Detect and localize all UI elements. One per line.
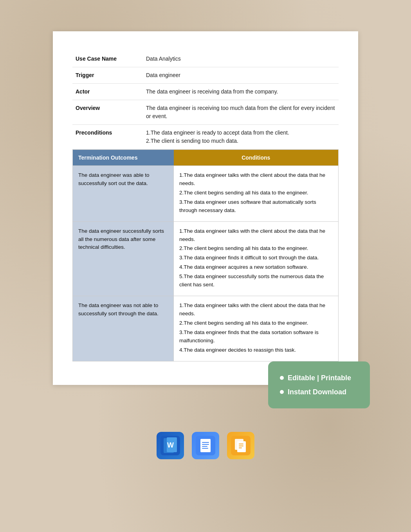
value-overview: The data engineer is receiving too much … bbox=[143, 100, 339, 125]
value-use-case-name: Data Analytics bbox=[143, 51, 339, 67]
badge-label-editable: Editable | Printable bbox=[288, 371, 351, 385]
label-overview: Overview bbox=[72, 100, 143, 125]
conditions-col-header: Conditions bbox=[174, 150, 339, 166]
outcome-cell-2: The data engineer was not able to succes… bbox=[73, 296, 174, 361]
condition-item: 5.The data engineer successfully sorts t… bbox=[179, 273, 333, 289]
outcomes-row-0: The data engineer was able to successful… bbox=[73, 166, 339, 222]
label-preconditions: Preconditions bbox=[72, 125, 143, 149]
gdocs-app-icon bbox=[192, 432, 219, 459]
pages-svg bbox=[231, 436, 251, 455]
condition-item: 3.The data engineer finds it difficult t… bbox=[179, 254, 333, 262]
condition-item: 2.The client begins sending all his data… bbox=[179, 319, 333, 327]
info-row-usecase: Use Case Name Data Analytics bbox=[72, 51, 339, 67]
condition-item: 4.The data engineer decides to reassign … bbox=[179, 346, 333, 354]
svg-rect-15 bbox=[239, 448, 242, 448]
info-row-overview: Overview The data engineer is receiving … bbox=[72, 100, 339, 125]
info-row-trigger: Trigger Data engineer bbox=[72, 67, 339, 84]
document-paper: Use Case Name Data Analytics Trigger Dat… bbox=[53, 31, 358, 385]
dot-icon-2 bbox=[280, 390, 284, 394]
word-icon-wrapper: W bbox=[157, 432, 184, 459]
svg-rect-5 bbox=[200, 439, 211, 452]
svg-text:W: W bbox=[167, 441, 174, 449]
outcomes-row-1: The data engineer successfully sorts all… bbox=[73, 221, 339, 296]
svg-rect-7 bbox=[202, 444, 209, 445]
value-trigger: Data engineer bbox=[143, 67, 339, 84]
condition-item: 1.The data engineer talks with the clien… bbox=[179, 302, 333, 318]
features-badge: Editable | Printable Instant Download bbox=[268, 361, 370, 408]
value-actor: The data engineer is receiving data from… bbox=[143, 84, 339, 100]
value-preconditions: 1.The data engineer is ready to accept d… bbox=[143, 125, 339, 149]
badge-item-editable: Editable | Printable bbox=[280, 371, 358, 385]
conditions-cell-0: 1.The data engineer talks with the clien… bbox=[174, 166, 339, 222]
app-icons-row: W bbox=[157, 432, 254, 459]
info-row-preconditions: Preconditions 1.The data engineer is rea… bbox=[72, 125, 339, 149]
outcomes-header-row: Termination Outcomes Conditions bbox=[73, 150, 339, 166]
word-svg: W bbox=[160, 436, 180, 455]
condition-item: 1.The data engineer talks with the clien… bbox=[179, 227, 333, 244]
label-use-case-name: Use Case Name bbox=[72, 51, 143, 67]
condition-item: 1.The data engineer talks with the clien… bbox=[179, 171, 333, 188]
svg-rect-9 bbox=[202, 448, 208, 449]
dot-icon bbox=[280, 376, 284, 380]
gdocs-icon-wrapper bbox=[192, 432, 219, 459]
outcome-cell-0: The data engineer was able to successful… bbox=[73, 166, 174, 222]
pages-app-icon bbox=[227, 432, 254, 459]
condition-item: 2.The client begins sending all his data… bbox=[179, 189, 333, 197]
badge-item-download: Instant Download bbox=[280, 385, 358, 399]
word-app-icon: W bbox=[157, 432, 184, 459]
gdocs-svg bbox=[196, 436, 215, 455]
svg-rect-8 bbox=[202, 446, 207, 447]
condition-item: 3.The data engineer uses software that a… bbox=[179, 198, 333, 215]
outcomes-col-header: Termination Outcomes bbox=[73, 150, 174, 166]
outcomes-row-2: The data engineer was not able to succes… bbox=[73, 296, 339, 361]
svg-rect-13 bbox=[239, 444, 243, 444]
outcomes-table: Termination Outcomes Conditions The data… bbox=[72, 149, 339, 361]
outcome-cell-1: The data engineer successfully sorts all… bbox=[73, 221, 174, 296]
label-trigger: Trigger bbox=[72, 67, 143, 84]
pages-icon-wrapper bbox=[227, 432, 254, 459]
svg-rect-14 bbox=[239, 446, 243, 446]
svg-rect-12 bbox=[237, 441, 246, 452]
conditions-cell-2: 1.The data engineer talks with the clien… bbox=[174, 296, 339, 361]
svg-rect-6 bbox=[202, 442, 209, 443]
condition-item: 4.The data engineer acquires a new sorta… bbox=[179, 263, 333, 271]
info-table: Use Case Name Data Analytics Trigger Dat… bbox=[72, 51, 339, 149]
info-row-actor: Actor The data engineer is receiving dat… bbox=[72, 84, 339, 100]
precondition-2: 2.The client is sending too much data. bbox=[146, 137, 335, 145]
conditions-cell-1: 1.The data engineer talks with the clien… bbox=[174, 221, 339, 296]
condition-item: 2.The client begins sending all his data… bbox=[179, 244, 333, 253]
condition-item: 3.The data engineer finds that the data … bbox=[179, 329, 333, 345]
label-actor: Actor bbox=[72, 84, 143, 100]
badge-label-download: Instant Download bbox=[288, 385, 346, 399]
precondition-1: 1.The data engineer is ready to accept d… bbox=[146, 129, 335, 137]
